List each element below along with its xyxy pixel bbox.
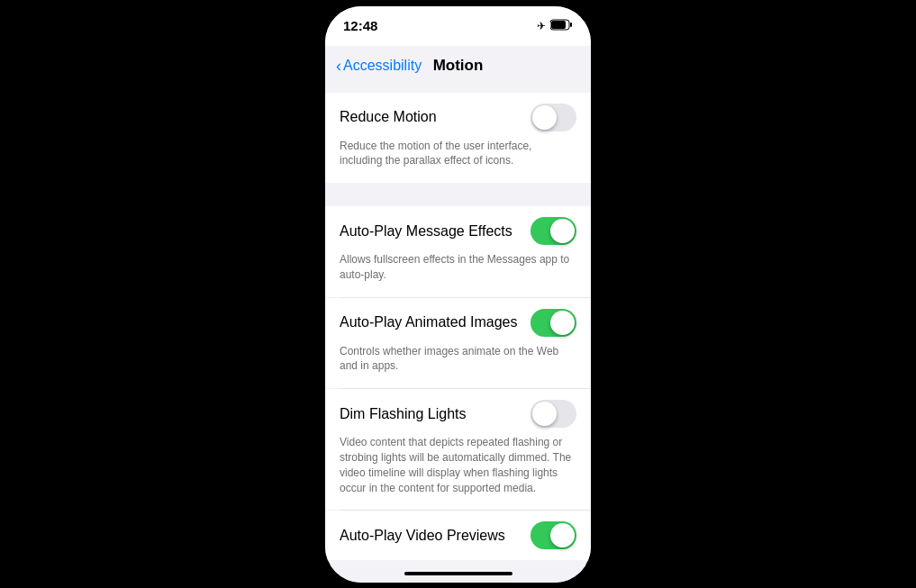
auto-play-video-label: Auto-Play Video Previews	[340, 528, 505, 544]
reduce-motion-description: Reduce the motion of the user interface,…	[340, 135, 576, 173]
nav-bar: ‹ Accessibility Motion	[325, 46, 591, 86]
auto-play-message-label: Auto-Play Message Effects	[340, 223, 512, 240]
settings-section-1: Reduce Motion Reduce the motion of the u…	[325, 93, 591, 184]
setting-auto-play-message-effects: Auto-Play Message Effects Allows fullscr…	[325, 206, 591, 297]
toggle-knob	[550, 311, 575, 335]
setting-dim-flashing-lights: Dim Flashing Lights Video content that d…	[325, 389, 591, 510]
phone-frame: 12:48 ✈ ‹ Accessibility Motion Reduc	[325, 6, 591, 583]
battery-indicator	[550, 19, 573, 33]
toggle-knob	[550, 219, 575, 243]
status-bar: 12:48 ✈	[325, 6, 591, 46]
dim-flashing-toggle[interactable]	[531, 400, 576, 428]
auto-play-video-toggle[interactable]	[531, 521, 576, 549]
page-title: Motion	[433, 57, 484, 75]
toggle-knob	[532, 402, 557, 426]
home-indicator	[325, 565, 591, 583]
svg-rect-1	[570, 23, 572, 27]
settings-content: Reduce Motion Reduce the motion of the u…	[325, 86, 591, 565]
home-bar	[404, 572, 512, 575]
auto-play-message-description: Allows fullscreen effects in the Message…	[340, 249, 576, 286]
back-button[interactable]: ‹ Accessibility	[336, 58, 422, 74]
auto-play-message-toggle[interactable]	[531, 217, 576, 245]
reduce-motion-toggle[interactable]	[531, 104, 576, 131]
reduce-motion-label: Reduce Motion	[340, 109, 437, 125]
setting-auto-play-animated: Auto-Play Animated Images Controls wheth…	[325, 298, 591, 389]
auto-play-animated-description: Controls whether images animate on the W…	[340, 340, 576, 378]
setting-auto-play-video: Auto-Play Video Previews	[325, 511, 591, 560]
section-gap-1	[325, 190, 591, 199]
back-label: Accessibility	[343, 58, 422, 74]
chevron-left-icon: ‹	[336, 58, 341, 74]
toggle-knob	[532, 105, 557, 130]
svg-rect-2	[551, 21, 566, 29]
status-icons: ✈	[537, 19, 573, 33]
settings-section-2: Auto-Play Message Effects Allows fullscr…	[325, 206, 591, 560]
airplane-icon: ✈	[537, 20, 546, 32]
setting-reduce-motion: Reduce Motion Reduce the motion of the u…	[325, 93, 591, 184]
toggle-knob	[550, 523, 575, 547]
auto-play-animated-label: Auto-Play Animated Images	[340, 314, 517, 330]
dim-flashing-label: Dim Flashing Lights	[340, 406, 467, 422]
auto-play-animated-toggle[interactable]	[531, 309, 576, 337]
status-time: 12:48	[343, 18, 377, 33]
dim-flashing-description: Video content that depicts repeated flas…	[340, 431, 576, 499]
